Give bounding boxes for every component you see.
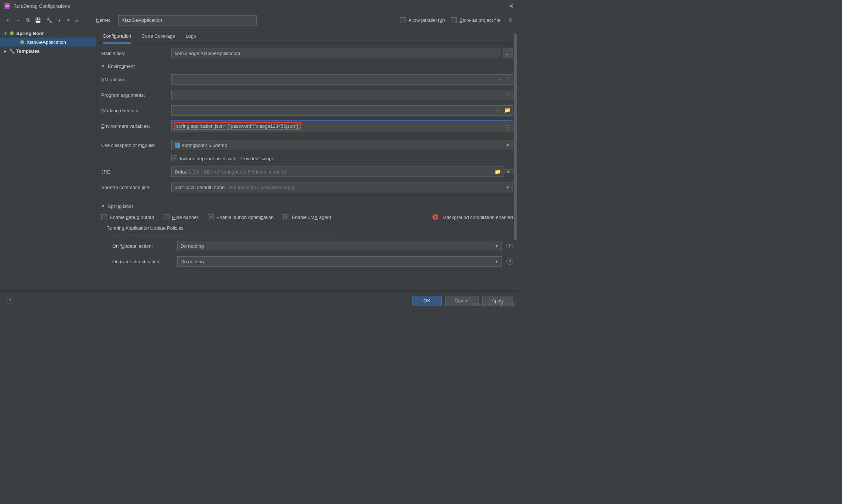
tab-configuration[interactable]: Configuration xyxy=(103,33,131,44)
row-on-update: On 'Update' action: Do nothing ▼ ? xyxy=(101,241,513,251)
checkbox-icon[interactable] xyxy=(208,214,214,220)
bg-compilation-label: Background compilation enabled xyxy=(443,215,513,220)
form-scroll[interactable]: Main class: com.xiaoge.XiaoGeApplication… xyxy=(96,44,518,284)
sidebar-item-label: XiaoGeApplication xyxy=(27,40,66,45)
scrollbar-thumb[interactable] xyxy=(514,33,517,240)
window-title: Run/Debug Configurations xyxy=(13,3,70,9)
scrollbar-track[interactable] xyxy=(514,33,517,288)
sidebar-item-label: Spring Boot xyxy=(16,31,44,36)
jre-value: Default xyxy=(175,169,190,175)
remove-icon[interactable]: － xyxy=(16,17,21,24)
checkbox-icon[interactable] xyxy=(283,214,289,220)
list-icon[interactable]: ▤ xyxy=(505,123,510,129)
name-input[interactable] xyxy=(118,15,256,25)
environment-section-header[interactable]: ▼ Environment xyxy=(101,64,513,69)
working-directory-label: Working directory: xyxy=(101,108,171,113)
store-as-template-label: Store as project file xyxy=(459,17,500,23)
module-icon xyxy=(175,143,180,148)
row-vm-options: VM options: ＋⤢ xyxy=(101,74,513,85)
apply-button[interactable]: Apply xyxy=(482,296,513,306)
enable-debug-label: Enable debug output xyxy=(110,215,154,220)
titlebar: IJ Run/Debug Configurations ✕ xyxy=(0,0,518,12)
on-update-select[interactable]: Do nothing ▼ xyxy=(177,241,502,251)
browse-main-class-button[interactable]: ... xyxy=(503,48,513,58)
checkbox-icon[interactable] xyxy=(101,214,107,220)
environment-variables-input[interactable]: spring.application.json='{"password":"xi… xyxy=(171,121,513,131)
shorten-cmdline-select[interactable]: user-local default: none - java [options… xyxy=(171,182,513,192)
checkbox-icon[interactable] xyxy=(400,17,406,23)
hide-banner-checkbox[interactable]: Hide banner xyxy=(164,214,198,220)
working-directory-input[interactable]: ＋📁 xyxy=(171,105,513,116)
add-icon[interactable]: ＋ xyxy=(5,17,10,24)
wrench-icon[interactable]: 🔧 xyxy=(46,17,52,23)
spring-boot-icon xyxy=(19,39,25,45)
vm-options-input[interactable]: ＋⤢ xyxy=(171,74,513,85)
on-frame-select[interactable]: Do nothing ▼ xyxy=(177,256,502,267)
ok-button[interactable]: OK xyxy=(412,296,442,306)
enable-jmx-agent-checkbox[interactable]: Enable JMX agent xyxy=(283,214,331,220)
row-environment-variables: Environment variables: spring.applicatio… xyxy=(101,121,513,131)
more-icon[interactable]: » xyxy=(75,17,78,23)
allow-parallel-label: Allow parallel run xyxy=(408,17,445,23)
on-update-label: On 'Update' action: xyxy=(112,243,177,249)
enable-debug-output-checkbox[interactable]: Enable debug output xyxy=(101,214,154,220)
tabs: Configuration Code Coverage Logs xyxy=(96,28,518,44)
tab-code-coverage[interactable]: Code Coverage xyxy=(141,33,175,43)
program-arguments-input[interactable]: ＋⤢ xyxy=(171,90,513,100)
on-update-value: Do nothing xyxy=(181,243,204,249)
jre-select[interactable]: Default (1.8 - SDK of 'springboot2.6.6de… xyxy=(171,167,504,177)
copy-icon[interactable]: ⧉ xyxy=(26,17,30,23)
chevron-down-icon: ▼ xyxy=(495,244,499,248)
tab-logs[interactable]: Logs xyxy=(185,33,196,43)
help-button[interactable]: ? xyxy=(7,298,13,304)
jre-label: JRE: xyxy=(101,169,171,175)
jre-dropdown-button[interactable]: ▼ xyxy=(504,169,513,174)
close-icon[interactable]: ✕ xyxy=(509,3,514,10)
chevron-right-icon: ▶ xyxy=(4,49,9,53)
shorten-cmdline-label: Shorten command line: xyxy=(101,185,171,190)
move-down-icon[interactable]: ▼ xyxy=(66,18,70,22)
background-compilation-status: ! Background compilation enabled xyxy=(432,214,513,220)
checkbox-icon[interactable] xyxy=(171,155,177,161)
help-icon[interactable]: ? xyxy=(506,258,513,265)
environment-section-title: Environment xyxy=(108,64,135,69)
use-classpath-select[interactable]: springboot2.6.6demo ▼ xyxy=(171,140,513,150)
chevron-down-icon: ▼ xyxy=(506,143,510,147)
insert-macro-icon[interactable]: ＋ xyxy=(498,76,503,83)
expand-icon[interactable]: ⤢ xyxy=(506,92,510,98)
sidebar-item-label: Templates xyxy=(16,48,40,54)
jre-hint: (1.8 - SDK of 'springboot2.6.6demo' modu… xyxy=(191,169,286,175)
row-jre: JRE: Default (1.8 - SDK of 'springboot2.… xyxy=(101,167,513,177)
enable-launch-optimization-checkbox[interactable]: Enable launch optimization xyxy=(208,214,274,220)
gear-icon[interactable]: ⚙ xyxy=(509,17,513,23)
name-toolbar: Name: Allow parallel run Store as projec… xyxy=(96,15,513,25)
move-up-icon[interactable]: ▲ xyxy=(58,18,61,22)
on-frame-label: On frame deactivation: xyxy=(112,259,177,264)
sidebar-item-templates[interactable]: ▶ 🔧 Templates xyxy=(0,47,96,55)
cancel-button[interactable]: Cancel xyxy=(445,296,479,306)
save-icon[interactable]: 💾 xyxy=(35,17,41,23)
main-class-label: Main class: xyxy=(101,51,171,56)
store-as-project-file-checkbox[interactable]: Store as project file xyxy=(451,17,500,23)
expand-icon[interactable]: ⤢ xyxy=(506,76,510,83)
spring-boot-icon xyxy=(9,30,15,36)
checkbox-icon[interactable] xyxy=(164,214,170,220)
help-icon[interactable]: ? xyxy=(506,243,513,249)
footer: ? OK Cancel Apply xyxy=(0,291,518,310)
allow-parallel-run-checkbox[interactable]: Allow parallel run xyxy=(400,17,445,23)
use-classpath-value: springboot2.6.6demo xyxy=(182,143,227,148)
insert-macro-icon[interactable]: ＋ xyxy=(496,107,500,114)
toolbar-row: ＋ － ⧉ 💾 🔧 ▲ ▼ » Name: Allow parallel run… xyxy=(0,12,518,28)
folder-icon[interactable]: 📁 xyxy=(494,169,501,175)
insert-macro-icon[interactable]: ＋ xyxy=(498,92,503,98)
checkbox-icon[interactable] xyxy=(451,17,457,23)
environment-variables-value: spring.application.json='{"password":"xi… xyxy=(175,123,301,130)
include-provided-checkbox[interactable]: Include dependencies with "Provided" sco… xyxy=(171,155,274,161)
sidebar-item-xiaoge-application[interactable]: XiaoGeApplication xyxy=(0,38,96,47)
sidebar-item-spring-boot[interactable]: ▼ Spring Boot xyxy=(0,29,96,38)
main-class-input[interactable]: com.xiaoge.XiaoGeApplication xyxy=(171,48,500,58)
folder-icon[interactable]: 📁 xyxy=(504,107,510,114)
include-provided-label: Include dependencies with "Provided" sco… xyxy=(180,156,274,161)
on-frame-value: Do nothing xyxy=(181,259,204,264)
spring-boot-section-header[interactable]: ▼ Spring Boot xyxy=(101,203,513,209)
